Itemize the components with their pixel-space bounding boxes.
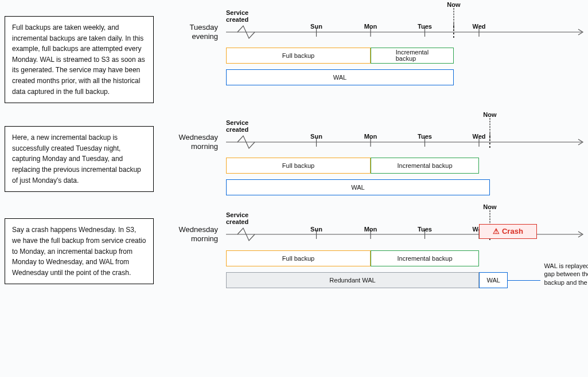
connector-line (508, 280, 540, 281)
axis-header: Servicecreated Sun Mon Tues Wed Now (226, 9, 587, 23)
label-mon: Mon (364, 23, 377, 30)
section-tuesday-evening: Full backups are taken weekly, and incre… (5, 9, 584, 103)
panel-title: Wednesdaymorning (173, 225, 219, 243)
timeline-area: Servicecreated Sun Mon Tues Wed Now Wedn… (173, 211, 587, 288)
label-now: Now (483, 111, 496, 118)
label-sun: Sun (310, 133, 322, 140)
label-mon: Mon (364, 226, 377, 233)
label-sun: Sun (310, 23, 322, 30)
description-box: Here, a new incremental backup is succes… (5, 126, 154, 192)
bar-full-backup: Full backup (226, 250, 371, 266)
label-tues: Tues (418, 133, 432, 140)
timeline-area: Servicecreated Sun Mon Tues Wed Now Wedn… (173, 119, 587, 195)
label-wed: Wed (472, 133, 485, 140)
crash-badge: ⚠Crash (479, 224, 537, 239)
bar-redundant-wal: Redundant WAL (226, 272, 479, 288)
bar-incremental-backup: Incrementalbackup (371, 48, 454, 64)
panel-title: Wednesdaymorning (173, 133, 219, 151)
section-wednesday-morning: Here, a new incremental backup is succes… (5, 119, 584, 195)
bar-wal: WAL (479, 272, 508, 288)
bar-full-backup: Full backup (226, 158, 371, 174)
label-sun: Sun (310, 226, 322, 233)
warning-icon: ⚠ (493, 227, 500, 235)
bars: Full backup Incremental backup WAL (226, 158, 587, 195)
label-service-created: Servicecreated (226, 9, 587, 23)
label-wed: Wed (472, 23, 485, 30)
description-box: Full backups are taken weekly, and incre… (5, 16, 154, 103)
bar-incremental-backup: Incremental backup (371, 158, 479, 174)
timeline-axis (226, 23, 587, 41)
label-tues: Tues (418, 226, 432, 233)
label-now: Now (483, 203, 496, 210)
panel-title: Tuesdayevening (173, 23, 219, 41)
bar-wal: WAL (226, 69, 454, 85)
bars: Full backup Incrementalbackup WAL (226, 48, 587, 85)
timeline-area: Servicecreated Sun Mon Tues Wed Now Tues… (173, 9, 587, 85)
page: Full backups are taken weekly, and incre… (5, 9, 584, 288)
bar-full-backup: Full backup (226, 48, 371, 64)
section-wednesday-crash: Say a crash happens Wednesday. In S3, we… (5, 211, 584, 288)
description-box: Say a crash happens Wednesday. In S3, we… (5, 218, 154, 284)
label-now: Now (447, 1, 460, 8)
timeline-axis (226, 133, 587, 151)
label-tues: Tues (418, 23, 432, 30)
crash-label: Crash (502, 227, 523, 235)
wal-annotation: WAL is replayed to bridge the gap betwee… (544, 262, 588, 288)
axis-header: Servicecreated Sun Mon Tues Wed Now (226, 119, 587, 133)
label-service-created: Servicecreated (226, 119, 587, 133)
bars: ⚠Crash Full backup Incremental backup Re… (226, 250, 587, 288)
bar-wal: WAL (226, 179, 490, 195)
label-mon: Mon (364, 133, 377, 140)
bar-incremental-backup: Incremental backup (371, 250, 479, 266)
